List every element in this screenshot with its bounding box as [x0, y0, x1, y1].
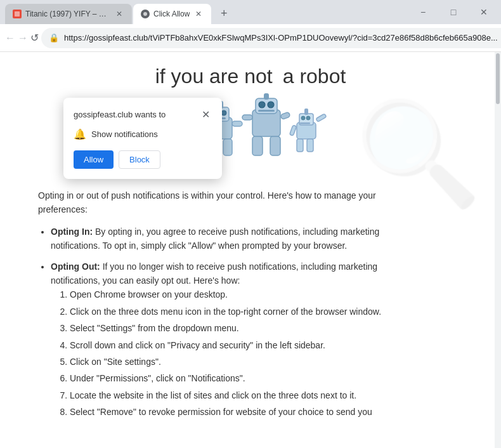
main-list: Opting In: By opting in, you agree to re… [51, 225, 393, 419]
svg-rect-33 [270, 136, 280, 155]
optout-label: Opting Out: [51, 261, 100, 272]
list-item-optin: Opting In: By opting in, you agree to re… [51, 225, 393, 253]
svg-rect-44 [290, 125, 297, 136]
window-controls: − □ ✕ [406, 0, 501, 24]
tab-titanic[interactable]: Titanic (1997) YIFY – Downloadi ✕ [5, 4, 132, 24]
tab1-favicon [13, 10, 22, 18]
svg-point-1 [143, 12, 147, 16]
popup-actions: Allow Block [74, 150, 212, 169]
refresh-button[interactable]: ↺ [30, 28, 39, 48]
svg-point-30 [268, 102, 274, 108]
step-5: Click on "Site settings". [70, 355, 393, 369]
svg-rect-0 [15, 11, 20, 16]
close-button[interactable]: ✕ [469, 3, 498, 22]
svg-rect-43 [307, 139, 313, 152]
popup-close-button[interactable]: ✕ [199, 108, 212, 121]
tab2-title: Click Allow [153, 10, 190, 18]
notification-label: Show notifications [91, 129, 158, 139]
maximize-button[interactable]: □ [439, 3, 468, 22]
optin-label: Opting In: [51, 227, 93, 237]
toolbar: ← → ↺ 🔒 https://gossipfeast.club/tViPTFb… [0, 24, 501, 52]
popup-title: gossipfeast.club wants to [74, 110, 166, 119]
svg-point-29 [259, 102, 265, 108]
svg-rect-34 [242, 115, 252, 120]
optout-steps: Open Chrome browser on your desktop. Cli… [70, 287, 393, 419]
scrollbar[interactable] [495, 52, 501, 448]
list-item-optout: Opting Out: If you no longer wish to rec… [51, 260, 393, 419]
back-button[interactable]: ← [5, 28, 15, 48]
step-4: Scroll down and click on "Privacy and se… [70, 338, 393, 352]
svg-point-20 [221, 110, 226, 115]
bell-icon: 🔔 [74, 128, 86, 140]
tab2-close-button[interactable]: ✕ [193, 9, 204, 19]
svg-rect-35 [280, 112, 290, 119]
tab1-title: Titanic (1997) YIFY – Downloadi [25, 10, 110, 18]
minimize-button[interactable]: − [408, 3, 438, 22]
step-7: Locate the website in the list of sites … [70, 388, 393, 402]
tab1-close-button[interactable]: ✕ [114, 9, 124, 19]
optin-text: By opting in, you agree to receive push … [51, 227, 379, 251]
svg-rect-41 [300, 122, 310, 124]
svg-rect-31 [258, 110, 275, 112]
body-intro: Opting in or out of push notifications i… [38, 188, 393, 217]
headline-part2: a robot [283, 65, 346, 88]
new-tab-button[interactable]: + [215, 4, 233, 22]
tab-clickallow[interactable]: Click Allow ✕ [133, 4, 211, 24]
svg-rect-23 [223, 139, 232, 155]
scrollbar-thumb[interactable] [496, 53, 500, 104]
svg-rect-45 [316, 114, 327, 122]
svg-rect-38 [304, 109, 308, 115]
step-2: Click on the three dots menu icon in the… [70, 305, 393, 319]
svg-rect-42 [297, 139, 303, 152]
optout-text: If you no longer wish to receive push no… [51, 261, 377, 286]
body-text: Opting in or out of push notifications i… [38, 188, 393, 419]
step-8: Select "Remove" to revoke permission for… [70, 405, 393, 419]
step-6: Under "Permissions", click on "Notificat… [70, 371, 393, 385]
block-button[interactable]: Block [119, 150, 160, 169]
forward-button[interactable]: → [18, 28, 28, 48]
headline-part1: if you are not [155, 65, 273, 88]
allow-button[interactable]: Allow [74, 150, 114, 169]
step-1: Open Chrome browser on your desktop. [70, 287, 393, 301]
svg-rect-28 [264, 93, 269, 100]
svg-rect-25 [232, 121, 242, 126]
popup-header: gossipfeast.club wants to ✕ [74, 108, 212, 121]
lock-icon: 🔒 [49, 33, 59, 43]
tab2-favicon [141, 10, 150, 18]
popup-notification-row: 🔔 Show notifications [74, 128, 212, 140]
browser-window: Titanic (1997) YIFY – Downloadi ✕ Click … [0, 0, 501, 448]
svg-point-39 [301, 116, 305, 120]
svg-rect-32 [252, 136, 263, 155]
address-text: https://gossipfeast.club/tViPTFb8ahxVE0x… [64, 33, 498, 43]
svg-point-40 [306, 116, 310, 120]
notification-popup: gossipfeast.club wants to ✕ 🔔 Show notif… [63, 98, 222, 179]
content-area: 🔍 if you are not a robot [0, 52, 501, 448]
address-bar[interactable]: 🔒 https://gossipfeast.club/tViPTFb8ahxVE… [41, 28, 501, 48]
step-3: Select "Settings" from the dropdown menu… [70, 321, 393, 335]
